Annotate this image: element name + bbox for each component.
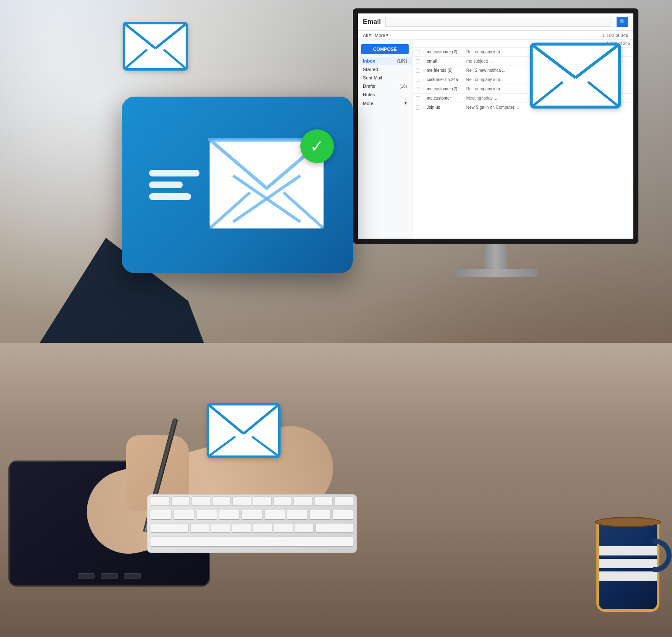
star-icon[interactable]: ☆: [422, 59, 425, 63]
keyboard-row-4: [147, 535, 357, 548]
email-sender: Join us: [427, 105, 465, 110]
more-label: More: [375, 33, 385, 38]
mug-stripe-2: [599, 559, 657, 568]
email-count: 1-100 of 346: [602, 33, 628, 38]
star-icon[interactable]: ☆: [422, 105, 425, 110]
sidebar-item-starred[interactable]: Starred: [358, 65, 412, 74]
sidebar-drafts-count: (10): [399, 84, 407, 89]
key: [315, 523, 353, 533]
email-sidebar: COMPOSE Inbox (169) Starred Sent Mail Dr…: [358, 40, 412, 239]
sidebar-item-more[interactable]: More ▾: [358, 99, 412, 108]
key: [334, 496, 353, 506]
email-checkbox[interactable]: [416, 87, 420, 91]
more-dropdown[interactable]: More ▾: [375, 32, 388, 38]
key: [294, 496, 312, 506]
all-label: All: [363, 33, 368, 38]
key: [253, 523, 272, 533]
sidebar-sent-label: Sent Mail: [363, 75, 407, 80]
search-button[interactable]: 🔍: [617, 17, 628, 27]
chevron-down-icon: ▾: [404, 100, 407, 106]
key: [287, 510, 308, 520]
key: [151, 523, 189, 533]
keyboard-row-3: [147, 521, 357, 535]
key: [332, 510, 353, 520]
success-checkmark-badge: ✓: [300, 129, 334, 163]
star-icon[interactable]: ☆: [422, 87, 425, 91]
key: [192, 496, 210, 506]
sidebar-drafts-label: Drafts: [363, 84, 399, 89]
email-sender: me,customer (2): [427, 87, 465, 91]
main-email-card: ✓: [122, 97, 353, 273]
sidebar-inbox-label: Inbox: [363, 58, 397, 63]
sidebar-more-label: More: [363, 101, 404, 106]
search-icon: 🔍: [620, 19, 626, 25]
email-header: Email 🔍: [358, 13, 633, 31]
key: [151, 496, 170, 506]
key: [211, 523, 230, 533]
key: [242, 510, 262, 520]
sidebar-starred-label: Starred: [363, 67, 407, 72]
key: [173, 510, 194, 520]
envelope-top-left: [122, 21, 189, 73]
key: [314, 496, 333, 506]
sidebar-inbox-count: (169): [397, 59, 407, 63]
email-checkbox[interactable]: [416, 68, 420, 73]
tablet-button-1: [78, 573, 94, 579]
motion-line-3: [149, 193, 191, 200]
email-toolbar: All ▾ More ▾ 1-100 of 346: [358, 31, 633, 40]
email-checkbox[interactable]: [416, 105, 420, 110]
key: [310, 510, 331, 520]
compose-button[interactable]: COMPOSE: [361, 44, 409, 54]
monitor-stand-base: [454, 269, 538, 277]
tablet-button-3: [124, 573, 141, 579]
tablet-buttons: [78, 573, 141, 579]
star-icon[interactable]: ☆: [422, 78, 425, 82]
email-sender: me,customer (2): [427, 50, 465, 54]
key: [151, 537, 353, 547]
sidebar-item-sent[interactable]: Sent Mail: [358, 74, 412, 82]
monitor-stand-neck: [483, 244, 508, 269]
sidebar-item-drafts[interactable]: Drafts (10): [358, 82, 412, 90]
all-dropdown[interactable]: All ▾: [363, 32, 371, 38]
main-card-content: ✓: [149, 138, 326, 232]
email-search-bar[interactable]: [385, 17, 612, 27]
key: [274, 523, 293, 533]
email-sender: me,customer: [427, 96, 465, 100]
email-checkbox[interactable]: [416, 78, 420, 82]
key: [253, 496, 272, 506]
key: [232, 523, 251, 533]
key: [151, 510, 172, 520]
email-checkbox[interactable]: [416, 50, 420, 54]
key: [295, 523, 314, 533]
key: [273, 496, 292, 506]
key: [196, 510, 217, 520]
more-arrow: ▾: [386, 32, 388, 38]
email-checkbox[interactable]: [416, 59, 420, 63]
star-icon[interactable]: ☆: [422, 50, 425, 54]
keyboard-row-1: [147, 495, 357, 508]
mug-stripes: [599, 543, 657, 609]
key: [212, 496, 231, 506]
sidebar-notes-label: Notes: [363, 92, 407, 97]
star-icon[interactable]: ☆: [422, 68, 425, 73]
key: [264, 510, 285, 520]
all-arrow: ▾: [369, 32, 371, 38]
mug-stripe-1: [599, 546, 657, 555]
mug-body: [596, 519, 659, 612]
motion-line-1: [149, 170, 200, 176]
sidebar-item-inbox[interactable]: Inbox (169): [358, 57, 412, 65]
sidebar-item-notes[interactable]: Notes: [358, 90, 412, 99]
keyboard: [147, 494, 357, 553]
coffee-mug: [584, 477, 668, 612]
email-sender: customer no.245: [427, 77, 465, 82]
key: [219, 510, 240, 520]
email-checkbox[interactable]: [416, 96, 420, 100]
motion-line-2: [149, 182, 183, 188]
envelope-bottom-center: [206, 402, 281, 461]
tablet-button-2: [101, 573, 118, 579]
checkmark-icon: ✓: [310, 137, 324, 156]
star-icon[interactable]: ☆: [422, 96, 425, 100]
large-envelope-container: ✓: [208, 138, 326, 232]
email-sender: email: [427, 59, 465, 63]
mug-top: [595, 517, 661, 527]
